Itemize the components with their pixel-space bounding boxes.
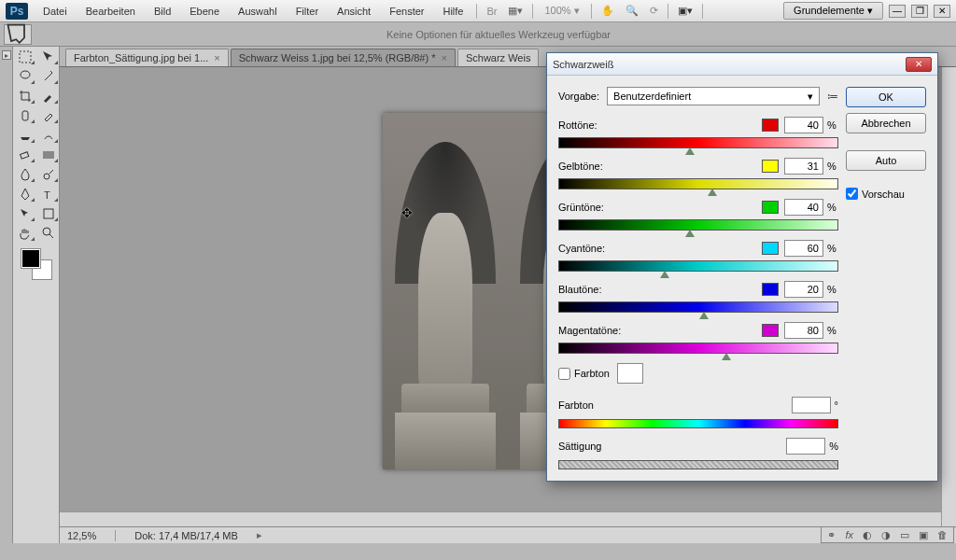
color-slider[interactable] xyxy=(558,301,838,313)
folder-icon[interactable]: ▭ xyxy=(900,529,909,541)
document-tab[interactable]: Schwarz Weiss 1.jpg bei 12,5% (RGB/8#) *… xyxy=(231,49,456,66)
history-brush-tool[interactable] xyxy=(36,125,60,145)
tab-close-icon[interactable]: × xyxy=(214,52,219,63)
bridge-icon[interactable]: Br xyxy=(481,6,502,17)
ok-button[interactable]: OK xyxy=(846,87,926,107)
color-value-input[interactable] xyxy=(784,158,823,175)
color-value-input[interactable] xyxy=(784,117,823,133)
crop-tool[interactable] xyxy=(13,86,36,105)
pen-tool[interactable] xyxy=(13,184,36,203)
tint-checkbox-input[interactable] xyxy=(558,368,570,380)
lasso-tool[interactable] xyxy=(13,66,36,86)
hand-tool-icon[interactable]: ✋ xyxy=(596,5,620,17)
menu-layer[interactable]: Ebene xyxy=(180,2,229,21)
color-swatch[interactable] xyxy=(762,160,779,173)
dialog-close-button[interactable]: ✕ xyxy=(906,57,932,72)
slider-thumb-icon[interactable] xyxy=(722,353,731,360)
hand-tool[interactable] xyxy=(13,223,36,243)
rotate-view-icon[interactable]: ⟳ xyxy=(644,5,664,17)
marquee-tool[interactable] xyxy=(13,47,36,66)
preset-dropdown[interactable]: Benutzerdefiniert ▾ xyxy=(607,87,820,105)
trash-icon[interactable]: 🗑 xyxy=(937,529,948,540)
document-tab[interactable]: Schwarz Weis xyxy=(457,49,539,66)
tint-checkbox[interactable]: Farbton xyxy=(558,368,610,380)
zoom-tool-icon[interactable]: 🔍 xyxy=(620,5,644,17)
eyedropper-tool[interactable] xyxy=(36,86,60,105)
magic-wand-tool[interactable] xyxy=(36,66,60,86)
menu-window[interactable]: Fenster xyxy=(380,2,433,21)
expand-icon[interactable]: ▸ xyxy=(2,50,11,60)
color-swatch[interactable] xyxy=(762,119,779,132)
link-icon[interactable]: ⚭ xyxy=(827,529,836,541)
menu-edit[interactable]: Bearbeiten xyxy=(77,2,145,21)
mask-icon[interactable]: ◐ xyxy=(863,529,872,541)
fx-icon[interactable]: fx xyxy=(845,529,853,540)
tint-color-box[interactable] xyxy=(617,363,643,384)
restore-button[interactable]: ❐ xyxy=(911,5,928,18)
saturation-slider[interactable] xyxy=(558,460,838,469)
color-value-input[interactable] xyxy=(784,199,823,216)
foreground-color-swatch[interactable] xyxy=(21,248,41,269)
new-layer-icon[interactable]: ▣ xyxy=(919,529,928,541)
type-tool[interactable]: T xyxy=(36,184,60,203)
status-arrow-icon[interactable]: ▸ xyxy=(257,529,262,541)
color-swatch[interactable] xyxy=(762,324,779,337)
tab-close-icon[interactable]: × xyxy=(441,52,446,63)
current-tool-icon[interactable] xyxy=(4,24,32,45)
color-swatch[interactable] xyxy=(762,242,779,255)
menu-view[interactable]: Ansicht xyxy=(328,2,380,21)
minimize-button[interactable]: — xyxy=(889,5,906,18)
color-slider[interactable] xyxy=(558,343,838,354)
brush-tool[interactable] xyxy=(36,105,60,125)
dodge-tool[interactable] xyxy=(36,164,60,184)
color-value-input[interactable] xyxy=(784,240,823,257)
color-slider[interactable] xyxy=(558,260,838,272)
shape-tool[interactable] xyxy=(36,203,60,223)
auto-button[interactable]: Auto xyxy=(846,150,926,171)
eraser-tool[interactable] xyxy=(13,145,36,164)
hue-input[interactable] xyxy=(792,397,831,413)
status-zoom[interactable]: 12,5% xyxy=(67,530,96,541)
adjustment-icon[interactable]: ◑ xyxy=(881,529,891,541)
slider-thumb-icon[interactable] xyxy=(699,312,709,319)
healing-brush-tool[interactable] xyxy=(13,105,36,125)
dialog-titlebar[interactable]: Schwarzweiß ✕ xyxy=(547,53,937,76)
color-slider[interactable] xyxy=(558,137,838,148)
document-tab[interactable]: Farbton_Sättigung.jpg bei 1...× xyxy=(65,49,229,66)
close-button[interactable]: ✕ xyxy=(934,5,950,18)
menu-file[interactable]: Datei xyxy=(34,2,77,21)
path-selection-tool[interactable] xyxy=(13,203,36,223)
zoom-tool[interactable] xyxy=(36,223,60,243)
color-swatch[interactable] xyxy=(762,283,779,296)
slider-thumb-icon[interactable] xyxy=(708,189,717,196)
vertical-scrollbar[interactable] xyxy=(941,67,956,526)
color-slider[interactable] xyxy=(558,178,838,189)
horizontal-scrollbar[interactable] xyxy=(60,511,941,526)
preview-checkbox[interactable]: Vorschau xyxy=(846,188,926,200)
menu-image[interactable]: Bild xyxy=(145,2,180,21)
hue-slider[interactable] xyxy=(558,419,838,428)
menu-filter[interactable]: Filter xyxy=(287,2,328,21)
menu-select[interactable]: Auswahl xyxy=(229,2,287,21)
saturation-input[interactable] xyxy=(786,438,825,455)
color-value-input[interactable] xyxy=(784,281,823,298)
color-swatch[interactable] xyxy=(762,201,779,214)
cancel-button[interactable]: Abbrechen xyxy=(846,113,926,133)
color-value-input[interactable] xyxy=(784,322,823,339)
clone-stamp-tool[interactable] xyxy=(13,125,36,145)
move-tool[interactable] xyxy=(36,47,60,66)
preview-checkbox-input[interactable] xyxy=(846,188,858,200)
workspace-selector[interactable]: Grundelemente ▾ xyxy=(783,2,883,20)
screen-mode-icon[interactable]: ▣▾ xyxy=(672,5,698,17)
zoom-display[interactable]: 100% ▾ xyxy=(537,5,586,17)
preset-menu-icon[interactable]: ≔ xyxy=(827,90,838,103)
color-slider[interactable] xyxy=(558,219,838,231)
film-icon[interactable]: ▦▾ xyxy=(502,5,528,17)
slider-thumb-icon[interactable] xyxy=(685,230,695,237)
slider-thumb-icon[interactable] xyxy=(660,271,669,278)
gradient-tool[interactable] xyxy=(36,145,60,164)
status-doc-size[interactable]: Dok: 17,4 MB/17,4 MB xyxy=(134,530,238,541)
slider-thumb-icon[interactable] xyxy=(685,147,695,155)
blur-tool[interactable] xyxy=(13,164,36,184)
menu-help[interactable]: Hilfe xyxy=(433,2,472,21)
